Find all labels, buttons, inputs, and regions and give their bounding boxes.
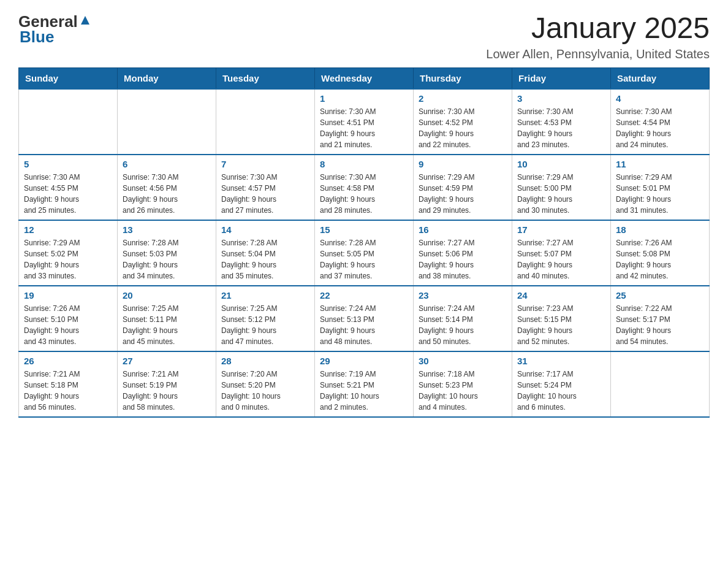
- day-number: 11: [616, 159, 704, 169]
- table-row: 8Sunrise: 7:30 AMSunset: 4:58 PMDaylight…: [315, 155, 414, 220]
- day-info: Sunrise: 7:20 AMSunset: 5:20 PMDaylight:…: [221, 369, 309, 413]
- day-info: Sunrise: 7:21 AMSunset: 5:19 PMDaylight:…: [123, 369, 211, 413]
- day-info: Sunrise: 7:22 AMSunset: 5:17 PMDaylight:…: [616, 303, 704, 347]
- day-number: 9: [419, 159, 507, 169]
- day-info: Sunrise: 7:30 AMSunset: 4:58 PMDaylight:…: [320, 172, 408, 216]
- title-block: January 2025 Lower Allen, Pennsylvania, …: [486, 12, 710, 61]
- table-row: [19, 89, 118, 155]
- table-row: 26Sunrise: 7:21 AMSunset: 5:18 PMDayligh…: [19, 351, 118, 417]
- table-row: [216, 89, 315, 155]
- day-info: Sunrise: 7:17 AMSunset: 5:24 PMDaylight:…: [517, 369, 605, 413]
- day-info: Sunrise: 7:25 AMSunset: 5:11 PMDaylight:…: [123, 303, 211, 347]
- calendar-week-row: 5Sunrise: 7:30 AMSunset: 4:55 PMDaylight…: [19, 155, 710, 220]
- table-row: 28Sunrise: 7:20 AMSunset: 5:20 PMDayligh…: [216, 351, 315, 417]
- table-row: 3Sunrise: 7:30 AMSunset: 4:53 PMDaylight…: [512, 89, 611, 155]
- table-row: 25Sunrise: 7:22 AMSunset: 5:17 PMDayligh…: [611, 286, 710, 351]
- day-info: Sunrise: 7:29 AMSunset: 4:59 PMDaylight:…: [419, 172, 507, 216]
- day-info: Sunrise: 7:18 AMSunset: 5:23 PMDaylight:…: [419, 369, 507, 413]
- logo: General Blue: [18, 12, 91, 47]
- col-sunday: Sunday: [19, 67, 118, 89]
- table-row: 11Sunrise: 7:29 AMSunset: 5:01 PMDayligh…: [611, 155, 710, 220]
- table-row: 4Sunrise: 7:30 AMSunset: 4:54 PMDaylight…: [611, 89, 710, 155]
- day-number: 28: [221, 356, 309, 366]
- logo-triangle-icon: [80, 15, 91, 28]
- table-row: 2Sunrise: 7:30 AMSunset: 4:52 PMDaylight…: [414, 89, 512, 155]
- day-number: 30: [419, 356, 507, 366]
- day-info: Sunrise: 7:27 AMSunset: 5:06 PMDaylight:…: [419, 237, 507, 282]
- table-row: 20Sunrise: 7:25 AMSunset: 5:11 PMDayligh…: [118, 286, 216, 351]
- table-row: 16Sunrise: 7:27 AMSunset: 5:06 PMDayligh…: [414, 220, 512, 286]
- calendar-week-row: 26Sunrise: 7:21 AMSunset: 5:18 PMDayligh…: [19, 351, 710, 417]
- page-header: General Blue January 2025 Lower Allen, P…: [18, 12, 710, 61]
- col-wednesday: Wednesday: [315, 67, 414, 89]
- table-row: 7Sunrise: 7:30 AMSunset: 4:57 PMDaylight…: [216, 155, 315, 220]
- calendar-header-row: Sunday Monday Tuesday Wednesday Thursday…: [19, 67, 710, 89]
- day-info: Sunrise: 7:25 AMSunset: 5:12 PMDaylight:…: [221, 303, 309, 347]
- col-friday: Friday: [512, 67, 611, 89]
- table-row: 6Sunrise: 7:30 AMSunset: 4:56 PMDaylight…: [118, 155, 216, 220]
- table-row: 23Sunrise: 7:24 AMSunset: 5:14 PMDayligh…: [414, 286, 512, 351]
- day-number: 27: [123, 356, 211, 366]
- day-number: 26: [24, 356, 112, 366]
- day-info: Sunrise: 7:30 AMSunset: 4:51 PMDaylight:…: [320, 106, 408, 150]
- day-number: 24: [517, 290, 605, 301]
- day-number: 10: [517, 159, 605, 169]
- day-number: 8: [320, 159, 408, 169]
- day-number: 13: [123, 224, 211, 235]
- day-number: 19: [24, 290, 112, 301]
- day-info: Sunrise: 7:19 AMSunset: 5:21 PMDaylight:…: [320, 369, 408, 413]
- day-info: Sunrise: 7:27 AMSunset: 5:07 PMDaylight:…: [517, 237, 605, 282]
- table-row: 21Sunrise: 7:25 AMSunset: 5:12 PMDayligh…: [216, 286, 315, 351]
- table-row: 12Sunrise: 7:29 AMSunset: 5:02 PMDayligh…: [19, 220, 118, 286]
- day-number: 2: [419, 93, 507, 104]
- calendar-week-row: 1Sunrise: 7:30 AMSunset: 4:51 PMDaylight…: [19, 89, 710, 155]
- day-number: 23: [419, 290, 507, 301]
- calendar-week-row: 12Sunrise: 7:29 AMSunset: 5:02 PMDayligh…: [19, 220, 710, 286]
- day-number: 25: [616, 290, 704, 301]
- day-number: 6: [123, 159, 211, 169]
- day-number: 12: [24, 224, 112, 235]
- day-number: 1: [320, 93, 408, 104]
- day-number: 4: [616, 93, 704, 104]
- table-row: 31Sunrise: 7:17 AMSunset: 5:24 PMDayligh…: [512, 351, 611, 417]
- day-info: Sunrise: 7:28 AMSunset: 5:03 PMDaylight:…: [123, 237, 211, 282]
- day-info: Sunrise: 7:24 AMSunset: 5:13 PMDaylight:…: [320, 303, 408, 347]
- day-number: 17: [517, 224, 605, 235]
- col-monday: Monday: [118, 67, 216, 89]
- day-number: 15: [320, 224, 408, 235]
- day-number: 31: [517, 356, 605, 366]
- day-number: 29: [320, 356, 408, 366]
- table-row: [611, 351, 710, 417]
- table-row: 22Sunrise: 7:24 AMSunset: 5:13 PMDayligh…: [315, 286, 414, 351]
- day-number: 14: [221, 224, 309, 235]
- table-row: 18Sunrise: 7:26 AMSunset: 5:08 PMDayligh…: [611, 220, 710, 286]
- day-info: Sunrise: 7:30 AMSunset: 4:55 PMDaylight:…: [24, 172, 112, 216]
- subtitle: Lower Allen, Pennsylvania, United States: [486, 47, 710, 61]
- day-number: 5: [24, 159, 112, 169]
- day-info: Sunrise: 7:29 AMSunset: 5:01 PMDaylight:…: [616, 172, 704, 216]
- day-number: 3: [517, 93, 605, 104]
- svg-marker-0: [81, 16, 89, 25]
- table-row: 24Sunrise: 7:23 AMSunset: 5:15 PMDayligh…: [512, 286, 611, 351]
- day-info: Sunrise: 7:30 AMSunset: 4:54 PMDaylight:…: [616, 106, 704, 150]
- table-row: [118, 89, 216, 155]
- day-number: 22: [320, 290, 408, 301]
- day-info: Sunrise: 7:21 AMSunset: 5:18 PMDaylight:…: [24, 369, 112, 413]
- day-number: 7: [221, 159, 309, 169]
- table-row: 27Sunrise: 7:21 AMSunset: 5:19 PMDayligh…: [118, 351, 216, 417]
- day-number: 18: [616, 224, 704, 235]
- day-info: Sunrise: 7:30 AMSunset: 4:53 PMDaylight:…: [517, 106, 605, 150]
- table-row: 17Sunrise: 7:27 AMSunset: 5:07 PMDayligh…: [512, 220, 611, 286]
- day-info: Sunrise: 7:30 AMSunset: 4:56 PMDaylight:…: [123, 172, 211, 216]
- day-info: Sunrise: 7:28 AMSunset: 5:04 PMDaylight:…: [221, 237, 309, 282]
- day-number: 16: [419, 224, 507, 235]
- day-info: Sunrise: 7:30 AMSunset: 4:52 PMDaylight:…: [419, 106, 507, 150]
- col-saturday: Saturday: [611, 67, 710, 89]
- main-title: January 2025: [486, 12, 710, 45]
- table-row: 15Sunrise: 7:28 AMSunset: 5:05 PMDayligh…: [315, 220, 414, 286]
- table-row: 5Sunrise: 7:30 AMSunset: 4:55 PMDaylight…: [19, 155, 118, 220]
- table-row: 29Sunrise: 7:19 AMSunset: 5:21 PMDayligh…: [315, 351, 414, 417]
- day-info: Sunrise: 7:26 AMSunset: 5:10 PMDaylight:…: [24, 303, 112, 347]
- table-row: 19Sunrise: 7:26 AMSunset: 5:10 PMDayligh…: [19, 286, 118, 351]
- table-row: 10Sunrise: 7:29 AMSunset: 5:00 PMDayligh…: [512, 155, 611, 220]
